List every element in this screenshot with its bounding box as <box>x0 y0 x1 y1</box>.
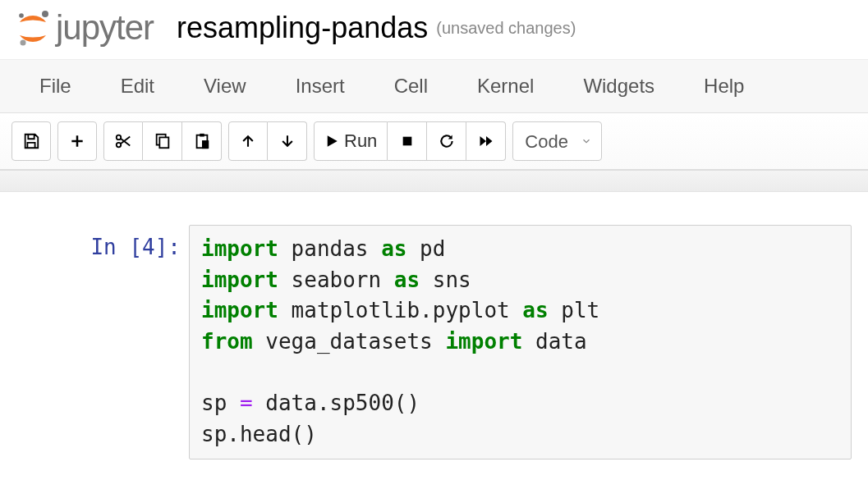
header: jupyter resampling-pandas (unsaved chang… <box>0 0 868 59</box>
menu-kernel[interactable]: Kernel <box>452 60 558 112</box>
paste-icon <box>193 132 211 150</box>
svg-rect-8 <box>200 134 204 137</box>
run-button-label: Run <box>344 130 377 152</box>
move-down-button[interactable] <box>268 121 307 161</box>
copy-button[interactable] <box>143 121 182 161</box>
save-status: (unsaved changes) <box>436 19 576 38</box>
plus-icon <box>69 133 85 149</box>
menu-edit[interactable]: Edit <box>96 60 179 112</box>
jupyter-logo-text: jupyter <box>56 8 154 48</box>
code-cell[interactable]: In [4]: import pandas as pd import seabo… <box>82 225 852 460</box>
move-up-button[interactable] <box>228 121 268 161</box>
paste-button[interactable] <box>182 121 222 161</box>
toolbar: Run Code <box>0 113 868 171</box>
copy-icon <box>154 132 172 150</box>
scissors-icon <box>114 132 132 150</box>
stop-icon <box>401 135 414 148</box>
restart-run-all-button[interactable] <box>466 121 506 161</box>
toolbar-divider <box>0 171 868 192</box>
save-button[interactable] <box>11 121 51 161</box>
svg-rect-10 <box>403 137 412 146</box>
menu-view[interactable]: View <box>179 60 271 112</box>
menubar: File Edit View Insert Cell Kernel Widget… <box>0 59 868 113</box>
run-button[interactable]: Run <box>314 121 388 161</box>
menu-help[interactable]: Help <box>679 60 769 112</box>
menu-cell[interactable]: Cell <box>370 60 452 112</box>
arrow-down-icon <box>279 133 296 149</box>
restart-icon <box>439 133 455 149</box>
add-cell-button[interactable] <box>57 121 97 161</box>
svg-rect-6 <box>159 137 168 148</box>
menu-insert[interactable]: Insert <box>271 60 370 112</box>
cut-button[interactable] <box>103 121 143 161</box>
notebook-area: In [4]: import pandas as pd import seabo… <box>0 192 868 476</box>
interrupt-button[interactable] <box>388 121 427 161</box>
fast-forward-icon <box>478 134 494 149</box>
jupyter-logo[interactable]: jupyter <box>15 8 154 48</box>
save-icon <box>22 132 40 150</box>
menu-file[interactable]: File <box>15 60 96 112</box>
notebook-title[interactable]: resampling-pandas <box>177 11 428 45</box>
input-area[interactable]: import pandas as pd import seaborn as sn… <box>189 225 852 460</box>
svg-point-2 <box>21 40 26 46</box>
restart-button[interactable] <box>427 121 466 161</box>
code-content[interactable]: import pandas as pd import seaborn as sn… <box>201 234 839 450</box>
svg-point-1 <box>42 11 48 17</box>
arrow-up-icon <box>240 133 256 149</box>
play-icon <box>324 134 339 149</box>
cell-type-select[interactable]: Code <box>512 121 602 161</box>
input-prompt: In [4]: <box>82 225 189 460</box>
menu-widgets[interactable]: Widgets <box>558 60 679 112</box>
svg-rect-9 <box>202 140 209 149</box>
svg-point-0 <box>19 13 24 18</box>
jupyter-icon <box>15 10 51 46</box>
